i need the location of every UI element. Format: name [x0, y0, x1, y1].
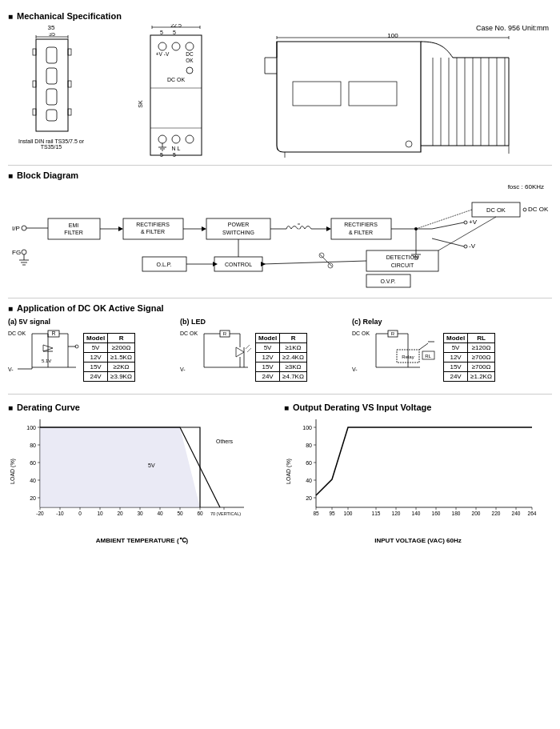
- svg-text:Relay: Relay: [402, 354, 414, 359]
- svg-marker-75: [118, 226, 123, 231]
- svg-text:FG: FG: [12, 249, 21, 256]
- dcok-a-inner: DC OK R: [8, 327, 135, 387]
- mechanical-content: 35 35: [8, 24, 552, 160]
- svg-text:+V: +V: [469, 218, 478, 226]
- svg-rect-5: [46, 47, 57, 63]
- dcok-content: (a) 5V signal DC OK R: [8, 316, 552, 389]
- svg-point-24: [186, 42, 194, 50]
- terminal-block-diagram: 22.5 5 5 +V -V DC OK: [124, 24, 228, 160]
- svg-text:DC OK: DC OK: [528, 206, 549, 213]
- din-label: Install DIN rail TS35/7.5 or TS35/15: [11, 138, 91, 150]
- block-diagram-svg: I/P FG EMI FILTER RECTIFIERS & FILTER: [8, 190, 552, 294]
- svg-text:22.5: 22.5: [170, 24, 182, 28]
- svg-text:200: 200: [472, 511, 481, 516]
- svg-text:Others: Others: [216, 439, 234, 444]
- svg-text:40: 40: [306, 478, 312, 483]
- svg-text:DC OK: DC OK: [180, 330, 198, 336]
- svg-text:RECTIFIERS: RECTIFIERS: [136, 222, 170, 227]
- derating-right-title: Output Derating VS Input Voltage: [284, 403, 552, 412]
- svg-text:R: R: [391, 331, 395, 336]
- heatsink-svg: 100: [261, 34, 533, 158]
- mechanical-section: Mechanical Specification 35 35: [8, 11, 552, 166]
- derating-section: Derating Curve 100 80 60 40: [8, 398, 552, 544]
- svg-text:RECTIFIERS: RECTIFIERS: [344, 222, 378, 227]
- heatsink-diagram: Case No. 956 Unit:mm 100: [261, 24, 549, 159]
- chart2-xlabel: INPUT VOLTAGE (VAC) 60Hz: [284, 537, 552, 544]
- dcok-a-circuit: DC OK R: [8, 327, 80, 387]
- svg-text:5.1V: 5.1V: [42, 358, 51, 363]
- din-rail-svg: 35: [30, 33, 74, 137]
- svg-point-33: [158, 135, 166, 143]
- dcok-b-inner: DC OK R: [180, 327, 307, 387]
- dcok-c-table: ModelRL 5V≥120Ω 12V≥700Ω 15V≥700Ω 24V≥1.…: [443, 333, 495, 382]
- svg-text:-20: -20: [36, 511, 44, 516]
- dcok-sub-b: (b) LED DC OK R: [180, 318, 348, 387]
- svg-marker-121: [213, 262, 218, 266]
- terminal-svg: 22.5 5 5 +V -V DC OK: [128, 24, 224, 160]
- derating-chart-container: 100 80 60 40 20 -20 -10 0: [8, 415, 276, 535]
- svg-point-99: [464, 245, 467, 248]
- page-root: Mechanical Specification 35 35: [0, 0, 560, 551]
- svg-rect-6: [46, 68, 57, 84]
- svg-line-122: [262, 261, 366, 264]
- svg-rect-9: [33, 49, 36, 55]
- dcok-c-circuit: DC OK R Relay RL: [352, 327, 440, 387]
- svg-text:CIRCUIT: CIRCUIT: [391, 262, 414, 268]
- dcok-b-table: ModelR 5V≥1KΩ 12V≥2.4KΩ 15V≥3KΩ 24V≥4.7K…: [255, 333, 307, 382]
- svg-point-126: [328, 263, 333, 268]
- svg-text:+V -V: +V -V: [156, 51, 170, 57]
- svg-point-35: [186, 135, 194, 143]
- svg-rect-57: [293, 82, 341, 106]
- svg-text:140: 140: [412, 511, 421, 516]
- svg-rect-8: [46, 110, 57, 121]
- svg-text:RL: RL: [425, 354, 431, 358]
- svg-text:5: 5: [160, 30, 163, 35]
- svg-text:5: 5: [173, 152, 176, 158]
- svg-point-125: [319, 253, 324, 258]
- svg-text:LOAD (%): LOAD (%): [286, 459, 292, 484]
- block-diagram-section: Block Diagram fosc : 60KHz I/P FG EMI FI…: [8, 170, 552, 298]
- svg-text:240: 240: [512, 511, 521, 516]
- svg-text:5: 5: [173, 30, 176, 35]
- svg-rect-13: [68, 81, 71, 87]
- dcok-c-title: (c) Relay: [352, 318, 382, 326]
- svg-rect-10: [33, 81, 36, 87]
- svg-text:0: 0: [78, 511, 82, 516]
- svg-text:DETECTION: DETECTION: [386, 254, 418, 260]
- svg-text:85: 85: [313, 511, 319, 516]
- svg-text:& FILTER: & FILTER: [349, 230, 373, 235]
- svg-marker-152: [236, 347, 244, 357]
- svg-text:115: 115: [372, 511, 381, 516]
- svg-text:20: 20: [117, 511, 123, 516]
- svg-text:V-: V-: [352, 367, 358, 372]
- dcok-section: Application of DC OK Active Signal (a) 5…: [8, 303, 552, 395]
- svg-text:& FILTER: & FILTER: [141, 229, 165, 234]
- svg-marker-88: [326, 226, 331, 231]
- dcok-sub-a: (a) 5V signal DC OK R: [8, 318, 176, 387]
- svg-text:POWER: POWER: [228, 222, 249, 227]
- svg-rect-4: [36, 39, 68, 131]
- svg-text:40: 40: [157, 511, 163, 516]
- svg-text:160: 160: [432, 511, 441, 516]
- svg-text:EMI: EMI: [69, 222, 79, 228]
- svg-text:95: 95: [329, 511, 335, 516]
- svg-text:DC: DC: [186, 51, 194, 57]
- derating-curve-right: Output Derating VS Input Voltage 100 80 …: [284, 398, 552, 544]
- svg-line-155: [247, 348, 251, 352]
- svg-text:R: R: [52, 330, 56, 336]
- svg-text:I/P: I/P: [12, 225, 20, 232]
- dcok-b-title: (b) LED: [180, 318, 206, 326]
- din-rail-diagram: 35 35: [11, 24, 91, 150]
- svg-marker-123: [261, 262, 266, 266]
- svg-text:R: R: [223, 331, 227, 336]
- svg-text:60: 60: [197, 511, 203, 516]
- svg-text:5: 5: [160, 152, 163, 158]
- dcok-b-circuit: DC OK R: [180, 327, 252, 387]
- svg-point-63: [22, 226, 26, 230]
- svg-text:DC OK: DC OK: [352, 330, 370, 336]
- svg-text:LOAD (%): LOAD (%): [10, 459, 16, 484]
- svg-text:220: 220: [492, 511, 501, 516]
- fosc-label: fosc : 60KHz: [8, 183, 552, 190]
- svg-text:N  L: N L: [172, 146, 181, 151]
- svg-text:5V: 5V: [148, 463, 155, 468]
